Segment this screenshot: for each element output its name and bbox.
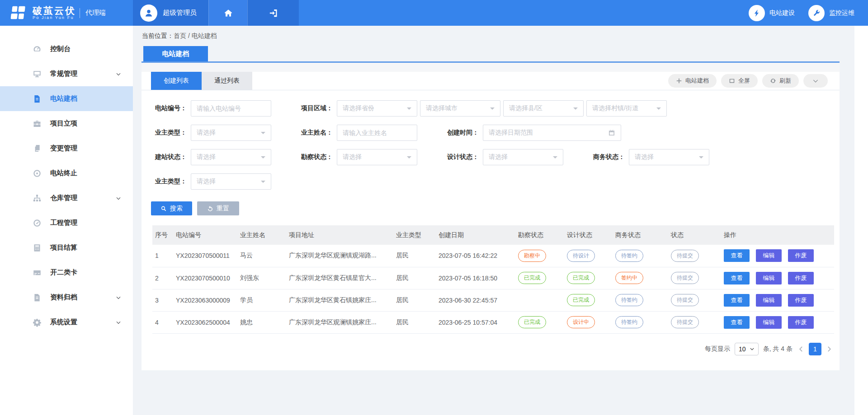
select-placeholder: 请选择 — [197, 129, 216, 137]
filter-field-owner-type-select: 业主类型：请选择 — [142, 125, 271, 141]
logout-button[interactable] — [247, 0, 299, 26]
filter-field-province-select: 项目区域：请选择省份 — [288, 100, 417, 117]
column-header: 业主姓名 — [237, 225, 286, 245]
prev-page-button[interactable] — [797, 345, 804, 353]
cell-status: 待提交 — [668, 289, 721, 311]
sidebar-item-console[interactable]: 控制台 — [0, 37, 133, 61]
per-page-select[interactable]: 10 — [735, 343, 759, 355]
status-badge: 勘察中 — [518, 250, 546, 262]
sidebar-item-project-initiation[interactable]: 项目立项 — [0, 111, 133, 136]
status-badge: 待提交 — [671, 316, 699, 328]
owner-type-select[interactable]: 请选择 — [191, 125, 271, 141]
view-button[interactable]: 查看 — [724, 249, 750, 262]
chevron-down-icon — [699, 156, 703, 161]
cell-owner-type: 居民 — [393, 311, 436, 333]
column-header: 序号 — [152, 225, 173, 245]
build-status-select[interactable]: 请选择 — [191, 149, 271, 165]
view-button[interactable]: 查看 — [724, 294, 750, 307]
status-badge: 已完成 — [518, 272, 546, 284]
owner-type2-select[interactable]: 请选择 — [191, 173, 271, 190]
column-header: 项目地址 — [286, 225, 393, 245]
cell-status: 待提交 — [668, 311, 721, 333]
sidebar-item-label: 项目立项 — [50, 119, 77, 128]
filter-label: 电站编号： — [142, 104, 187, 112]
void-button[interactable]: 作废 — [788, 294, 814, 307]
sidebar-item-system-settings[interactable]: 系统设置 — [0, 310, 133, 335]
nav-station-build[interactable]: 电站建设 — [749, 0, 795, 26]
filter-field-town-select: 请选择村镇/街道 — [586, 100, 667, 117]
owner-name-input[interactable] — [337, 125, 417, 141]
void-button[interactable]: 作废 — [788, 249, 814, 262]
design-status-select[interactable]: 请选择 — [483, 149, 563, 165]
filter-label: 项目区域： — [288, 104, 333, 112]
page-number-1[interactable]: 1 — [809, 343, 821, 355]
cell-survey-status: 勘察中 — [515, 245, 564, 267]
nav-monitor-ops[interactable]: 监控运维 — [808, 0, 854, 26]
home-button[interactable] — [208, 0, 247, 26]
cell-code: YX2023070500011 — [173, 245, 237, 267]
sidebar-item-second-class-card[interactable]: 开二类卡 — [0, 260, 133, 285]
user-menu[interactable]: 超级管理员 — [133, 0, 208, 26]
cell-actions: 查看编辑作废 — [721, 267, 834, 289]
cell-survey-status: 已完成 — [515, 311, 564, 333]
select-placeholder: 请选择 — [635, 153, 654, 161]
sidebar-item-data-archive[interactable]: 资料归档 — [0, 285, 133, 310]
search-button[interactable]: 搜索 — [151, 201, 192, 215]
district-select[interactable]: 请选择县/区 — [503, 100, 584, 117]
chevron-down-icon — [490, 107, 495, 112]
station-filing-panel: 创建列表 通过列表 电站建档全屏刷新 电站编号：项目区域：请选择省份请选择城市请… — [142, 61, 840, 370]
station-code-input[interactable] — [191, 100, 271, 117]
create-station-button[interactable]: 电站建档 — [668, 74, 717, 88]
next-page-button[interactable] — [826, 345, 833, 353]
city-select[interactable]: 请选择城市 — [420, 100, 500, 117]
edit-button[interactable]: 编辑 — [756, 294, 782, 307]
reset-button[interactable]: 重置 — [197, 201, 239, 215]
fullscreen-button[interactable]: 全屏 — [721, 74, 758, 88]
sidebar-item-change-management[interactable]: 变更管理 — [0, 136, 133, 161]
select-placeholder: 请选择 — [197, 153, 216, 161]
refresh-button[interactable]: 刷新 — [762, 74, 799, 88]
province-select[interactable]: 请选择省份 — [337, 100, 417, 117]
breadcrumb: 当前位置：首页 / 电站建档 — [142, 32, 868, 40]
cell-address: 广东深圳龙华区黄石镇星官大... — [286, 267, 393, 289]
cell-created: 2023-06-30 22:45:57 — [436, 289, 515, 311]
table-row: 2YX2023070500010刘强东广东深圳龙华区黄石镇星官大...居民202… — [152, 267, 834, 289]
sidebar-item-project-settlement[interactable]: 项目结算 — [0, 235, 133, 260]
filter-row: 电站编号：项目区域：请选择省份请选择城市请选择县/区请选择村镇/街道 — [142, 100, 840, 117]
void-button[interactable]: 作废 — [788, 316, 814, 329]
filter-row: 业主类型：请选择业主姓名：创建时间：请选择日期范围 — [142, 125, 840, 141]
copy-icon — [33, 144, 42, 153]
business-status-select[interactable]: 请选择 — [629, 149, 709, 165]
view-button[interactable]: 查看 — [724, 316, 750, 329]
filter-field-owner-type2-select: 业主类型：请选择 — [142, 173, 271, 190]
sidebar-item-label: 资料归档 — [50, 293, 77, 302]
sidebar-item-station-filing[interactable]: 电站建档 — [0, 86, 133, 111]
cell-survey-status — [515, 289, 564, 311]
edit-button[interactable]: 编辑 — [756, 249, 782, 262]
sidebar-item-station-termination[interactable]: 电站终止 — [0, 161, 133, 186]
collapse-button[interactable] — [803, 74, 828, 88]
cell-status: 待提交 — [668, 245, 721, 267]
tab-passed-list[interactable]: 通过列表 — [202, 72, 252, 90]
status-badge: 待签约 — [615, 250, 643, 262]
town-select[interactable]: 请选择村镇/街道 — [586, 100, 667, 117]
survey-status-select[interactable]: 请选择 — [337, 149, 417, 165]
sidebar-item-general-management[interactable]: 常规管理 — [0, 61, 133, 86]
filter-field-owner-name-input: 业主姓名： — [288, 125, 417, 141]
sidebar-item-engineering-management[interactable]: 工程管理 — [0, 210, 133, 235]
sidebar-item-label: 系统设置 — [50, 318, 77, 326]
void-button[interactable]: 作废 — [788, 272, 814, 284]
edit-button[interactable]: 编辑 — [756, 316, 782, 329]
cell-owner-type: 居民 — [393, 289, 436, 311]
user-name: 超级管理员 — [163, 9, 197, 17]
select-placeholder: 请选择 — [343, 153, 362, 161]
tab-create-list[interactable]: 创建列表 — [151, 72, 202, 90]
created-range-picker[interactable]: 请选择日期范围 — [483, 125, 621, 141]
page-tab-station-filing[interactable]: 电站建档 — [143, 46, 208, 61]
app-header: 破茧云伏 Po Jian Yun Fu 代理端 超级管理员 电站建设 监控运维 — [0, 0, 868, 26]
date-placeholder: 请选择日期范围 — [489, 129, 533, 137]
edit-button[interactable]: 编辑 — [756, 272, 782, 284]
gauge-icon — [33, 219, 42, 228]
view-button[interactable]: 查看 — [724, 272, 750, 284]
sidebar-item-warehouse-management[interactable]: 仓库管理 — [0, 186, 133, 210]
